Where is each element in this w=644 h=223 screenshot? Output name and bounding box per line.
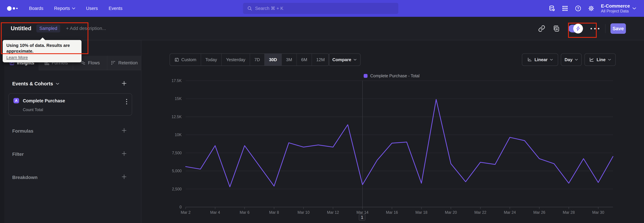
svg-text:12.5K: 12.5K	[172, 115, 182, 119]
add-formula-button[interactable]	[121, 127, 127, 134]
svg-text:Mar 30: Mar 30	[592, 210, 604, 214]
query-sidebar: Insights Funnels Flows	[0, 40, 142, 223]
tab-retention[interactable]: Retention	[107, 56, 141, 70]
event-name: Complete Purchase	[23, 98, 65, 103]
app-root: Boards Reports Users Events Search ⌘ + K	[0, 0, 644, 223]
tab-label: Flows	[88, 60, 100, 66]
nav-right: ? E-Commerce All Project Data	[548, 0, 644, 17]
report-title[interactable]: Untitled	[11, 25, 31, 32]
search-icon	[247, 6, 252, 11]
svg-text:17.5K: 17.5K	[172, 78, 182, 83]
settings-gear-icon[interactable]	[588, 5, 594, 12]
sampled-badge[interactable]: Sampled	[36, 25, 60, 32]
events-cohorts-header[interactable]: Events & Cohorts	[12, 81, 59, 86]
nav-item-reports[interactable]: Reports	[54, 6, 76, 11]
breakdown-section: Breakdown	[0, 174, 142, 181]
svg-text:Mar 8: Mar 8	[269, 210, 279, 214]
pagination-page-1[interactable]: 1	[359, 214, 366, 221]
line-chart[interactable]: 17.5K15K12.5K10K7,5005,0002,5000Mar 2Mar…	[142, 40, 644, 223]
svg-text:Mar 18: Mar 18	[416, 210, 428, 214]
svg-text:7,500: 7,500	[172, 151, 182, 155]
chevron-down-icon	[72, 8, 75, 10]
svg-text:Mar 28: Mar 28	[563, 210, 575, 214]
svg-text:10K: 10K	[175, 133, 182, 137]
svg-text:?: ?	[577, 7, 579, 10]
event-metric[interactable]: Count Total	[23, 107, 43, 112]
chart-panel: Custom Today Yesterday 7D 30D 3M 6M 12M …	[142, 40, 644, 223]
apps-grid-icon[interactable]	[562, 5, 568, 12]
event-letter-badge: A	[14, 98, 19, 103]
top-nav: Boards Reports Users Events Search ⌘ + K	[0, 0, 644, 17]
more-menu-icon[interactable]	[590, 28, 600, 29]
tab-label: Retention	[118, 60, 138, 66]
add-description[interactable]: + Add description...	[66, 26, 106, 31]
retention-icon	[110, 60, 116, 66]
nav-item-users[interactable]: Users	[86, 6, 98, 11]
copy-link-icon[interactable]	[538, 25, 545, 32]
section-label: Formulas	[12, 128, 33, 134]
project-scope: All Project Data	[601, 9, 630, 14]
help-icon[interactable]: ?	[575, 5, 582, 12]
svg-text:Mar 20: Mar 20	[445, 210, 457, 214]
mixpanel-logo[interactable]	[7, 6, 18, 11]
section-label: Filter	[12, 152, 24, 157]
svg-text:Mar 24: Mar 24	[504, 210, 516, 214]
project-name: E-Commerce	[601, 3, 630, 9]
add-filter-button[interactable]	[121, 151, 127, 157]
save-button[interactable]: Save	[610, 23, 626, 34]
search-placeholder: Search ⌘ + K	[255, 6, 284, 11]
event-options-icon[interactable]	[126, 98, 128, 105]
svg-text:Mar 26: Mar 26	[533, 210, 546, 214]
add-breakdown-button[interactable]	[121, 174, 127, 180]
report-header: Untitled Sampled + Add description... Sa…	[0, 17, 644, 40]
svg-text:Mar 6: Mar 6	[240, 210, 250, 214]
report-actions: Save	[538, 17, 626, 40]
add-event-button[interactable]	[121, 80, 127, 86]
svg-text:5,000: 5,000	[172, 169, 182, 173]
nav-item-boards[interactable]: Boards	[29, 6, 44, 11]
primary-nav: Boards Reports Users Events	[29, 6, 122, 11]
filter-section: Filter	[0, 151, 142, 158]
svg-text:15K: 15K	[175, 96, 182, 101]
svg-text:2,500: 2,500	[172, 187, 182, 191]
tooltip-message: Using 10% of data. Results are approxima…	[6, 43, 78, 54]
section-label: Breakdown	[12, 175, 38, 180]
sampling-toggle[interactable]	[568, 25, 582, 32]
svg-text:0: 0	[180, 205, 182, 209]
add-to-board-icon[interactable]	[552, 25, 560, 32]
chevron-down-icon[interactable]	[632, 7, 636, 10]
svg-text:Mar 10: Mar 10	[298, 210, 310, 214]
project-selector[interactable]: E-Commerce All Project Data	[601, 3, 630, 14]
search-input[interactable]: Search ⌘ + K	[243, 3, 398, 14]
divider	[605, 24, 606, 33]
svg-text:Mar 22: Mar 22	[474, 210, 486, 214]
sampling-tooltip: Using 10% of data. Results are approxima…	[3, 40, 82, 62]
learn-more-link[interactable]: Learn More	[6, 55, 28, 60]
svg-text:Mar 4: Mar 4	[210, 210, 220, 214]
formulas-section: Formulas	[0, 128, 142, 135]
svg-text:Mar 12: Mar 12	[327, 210, 339, 214]
event-card[interactable]: A Complete Purchase Count Total	[8, 93, 132, 116]
data-management-icon[interactable]	[548, 5, 555, 12]
svg-text:Mar 2: Mar 2	[181, 210, 191, 214]
nav-item-events[interactable]: Events	[109, 6, 122, 11]
lightning-icon	[576, 26, 580, 31]
svg-text:Mar 16: Mar 16	[386, 210, 398, 214]
toggle-knob	[573, 24, 583, 33]
chevron-down-icon	[56, 83, 59, 85]
